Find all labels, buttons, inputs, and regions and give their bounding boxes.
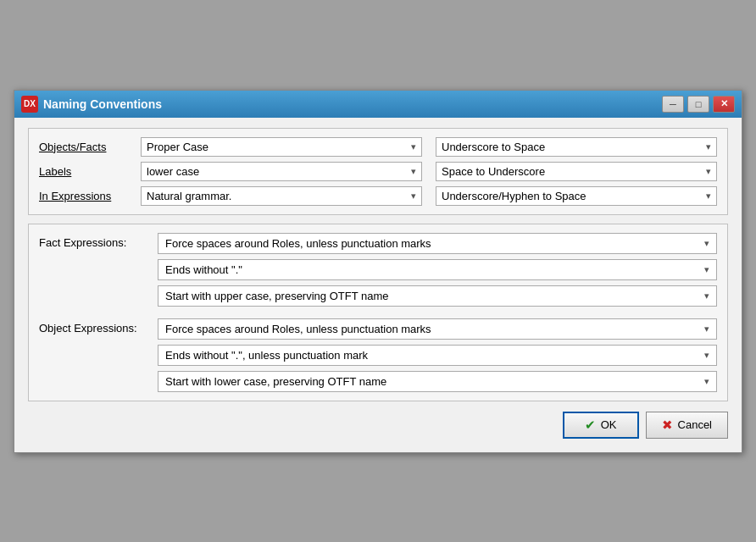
objects-facts-label: Objects/Facts (39, 141, 141, 153)
button-row: ✔ OK ✖ Cancel (28, 412, 728, 442)
labels-right-arrow: ▾ (706, 166, 711, 177)
close-button[interactable]: ✕ (713, 96, 735, 113)
obj-expr-value-1: Ends without ".", unless punctuation mar… (165, 349, 368, 362)
title-bar-buttons: ─ □ ✕ (662, 96, 735, 113)
fact-expr-value-2: Start with upper case, preserving OTFT n… (165, 290, 388, 302)
labels-left-arrow: ▾ (411, 166, 416, 177)
labels-label: Labels (39, 165, 141, 178)
dx-icon: DX (21, 96, 38, 113)
minimize-button[interactable]: ─ (662, 96, 684, 113)
in-expressions-right-dropdown[interactable]: Underscore/Hyphen to Space ▾ (436, 186, 717, 206)
naming-conventions-dialog: DX Naming Conventions ─ □ ✕ Objects/Fact… (14, 90, 742, 453)
cancel-label: Cancel (678, 418, 712, 431)
maximize-button[interactable]: □ (687, 96, 709, 113)
obj-expr-dropdown-2[interactable]: Start with lower case, preserving OTFT n… (158, 371, 717, 392)
objects-facts-left-arrow: ▾ (411, 141, 416, 152)
in-expressions-row: In Expressions Natural grammar. ▾ Unders… (39, 186, 717, 206)
fact-expr-dropdown-0[interactable]: Force spaces around Roles, unless punctu… (158, 233, 717, 254)
fact-expr-value-1: Ends without "." (165, 263, 242, 276)
cancel-x-icon: ✖ (662, 418, 673, 433)
labels-left-dropdown[interactable]: lower case ▾ (141, 162, 422, 181)
objects-facts-row: Objects/Facts Proper Case ▾ Underscore t… (39, 137, 717, 157)
object-expressions-label: Object Expressions: (39, 318, 158, 335)
objects-facts-left-dropdown[interactable]: Proper Case ▾ (141, 137, 422, 157)
labels-left-value: lower case (147, 165, 199, 178)
in-expressions-right-value: Underscore/Hyphen to Space (442, 190, 586, 202)
objects-facts-right-arrow: ▾ (706, 141, 711, 152)
dialog-content: Objects/Facts Proper Case ▾ Underscore t… (14, 118, 742, 452)
in-expressions-label: In Expressions (39, 190, 141, 202)
fact-expr-arrow-2: ▾ (704, 290, 709, 301)
in-expressions-left-arrow: ▾ (411, 191, 416, 202)
object-expressions-row: Object Expressions: Force spaces around … (39, 318, 717, 392)
cancel-button[interactable]: ✖ Cancel (646, 412, 728, 439)
ok-label: OK (601, 418, 617, 431)
expressions-section: Fact Expressions: Force spaces around Ro… (28, 224, 728, 401)
naming-rows-section: Objects/Facts Proper Case ▾ Underscore t… (28, 128, 728, 215)
fact-expressions-dropdowns: Force spaces around Roles, unless punctu… (158, 233, 717, 307)
obj-expr-arrow-2: ▾ (704, 376, 709, 387)
obj-expr-dropdown-1[interactable]: Ends without ".", unless punctuation mar… (158, 345, 717, 366)
obj-expr-value-0: Force spaces around Roles, unless punctu… (165, 323, 431, 335)
ok-button[interactable]: ✔ OK (563, 412, 639, 439)
labels-row: Labels lower case ▾ Space to Underscore … (39, 162, 717, 181)
window-title: Naming Conventions (43, 97, 162, 111)
title-bar: DX Naming Conventions ─ □ ✕ (14, 91, 742, 118)
obj-expr-dropdown-0[interactable]: Force spaces around Roles, unless punctu… (158, 318, 717, 340)
labels-right-value: Space to Underscore (442, 165, 545, 178)
fact-expr-dropdown-1[interactable]: Ends without "." ▾ (158, 259, 717, 280)
obj-expr-value-2: Start with lower case, preserving OTFT n… (165, 375, 386, 388)
objects-facts-right-value: Underscore to Space (442, 141, 545, 153)
fact-expr-value-0: Force spaces around Roles, unless punctu… (165, 237, 431, 250)
in-expressions-right-arrow: ▾ (706, 191, 711, 202)
fact-expressions-row: Fact Expressions: Force spaces around Ro… (39, 233, 717, 307)
obj-expr-arrow-0: ▾ (704, 324, 709, 335)
in-expressions-left-value: Natural grammar. (147, 190, 231, 202)
object-expressions-dropdowns: Force spaces around Roles, unless punctu… (158, 318, 717, 392)
title-bar-left: DX Naming Conventions (21, 96, 162, 113)
objects-facts-left-value: Proper Case (147, 141, 208, 153)
fact-expr-arrow-1: ▾ (704, 264, 709, 275)
in-expressions-left-dropdown[interactable]: Natural grammar. ▾ (141, 186, 422, 206)
fact-expr-arrow-0: ▾ (704, 238, 709, 249)
objects-facts-right-dropdown[interactable]: Underscore to Space ▾ (436, 137, 717, 157)
fact-expressions-label: Fact Expressions: (39, 233, 158, 249)
obj-expr-arrow-1: ▾ (704, 350, 709, 361)
fact-expr-dropdown-2[interactable]: Start with upper case, preserving OTFT n… (158, 285, 717, 307)
labels-right-dropdown[interactable]: Space to Underscore ▾ (436, 162, 717, 181)
ok-checkmark-icon: ✔ (585, 418, 596, 433)
